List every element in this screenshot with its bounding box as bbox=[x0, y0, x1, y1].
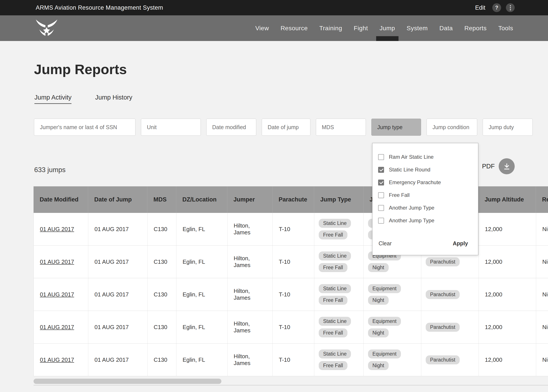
nav-item-training[interactable]: Training bbox=[319, 15, 343, 41]
cell-jump-type: Static LineFree Fall bbox=[314, 278, 364, 311]
filter-date-of-jump[interactable] bbox=[262, 119, 310, 136]
filter-jumper-name[interactable] bbox=[34, 119, 135, 136]
column-header-remarks: Remarks bbox=[536, 186, 548, 213]
tag-chip: Static Line bbox=[319, 350, 351, 358]
edit-button[interactable]: Edit bbox=[475, 4, 485, 11]
nav-item-view[interactable]: View bbox=[255, 15, 269, 41]
date-modified-link[interactable]: 01 AUG 2017 bbox=[40, 226, 74, 233]
results-count: 633 jumps bbox=[34, 166, 66, 174]
cell-jumper: Hilton, James bbox=[228, 278, 273, 311]
usaf-logo-icon bbox=[35, 19, 58, 38]
column-header-jumper: Jumper bbox=[227, 186, 272, 213]
cell-mds: C130 bbox=[147, 278, 176, 311]
filters-row: Jump type bbox=[34, 119, 533, 136]
tag-chip: Static Line bbox=[319, 317, 351, 326]
kebab-menu-icon[interactable] bbox=[506, 3, 515, 12]
cell-parachute: T-10 bbox=[273, 343, 314, 376]
jump-type-option[interactable]: Another Jump Type bbox=[372, 202, 478, 214]
cell-jumper: Hilton, James bbox=[228, 213, 273, 245]
tab-jump-history[interactable]: Jump History bbox=[95, 94, 132, 104]
tag-chip: Free Fall bbox=[319, 329, 347, 337]
column-header-date-modified: Date Modified bbox=[34, 186, 88, 213]
cell-jumper: Hilton, James bbox=[228, 245, 273, 278]
dropdown-footer: Clear Apply bbox=[372, 240, 478, 247]
option-label: Another Jump Type bbox=[389, 217, 434, 224]
checkbox-checked-icon bbox=[378, 167, 384, 173]
cell-remarks: Night bbox=[536, 245, 548, 278]
horizontal-scrollbar-thumb[interactable] bbox=[34, 379, 221, 384]
tag-chip: Equipment bbox=[368, 284, 401, 293]
cell-parachute: T-10 bbox=[273, 245, 314, 278]
tag-chip: Free Fall bbox=[319, 296, 347, 305]
tag-chip: Parachutist bbox=[426, 355, 460, 364]
jump-type-option[interactable]: Static Line Round bbox=[372, 163, 478, 176]
filter-jump-type[interactable]: Jump type bbox=[371, 119, 421, 136]
tag-chip: Free Fall bbox=[319, 361, 347, 370]
help-icon[interactable]: ? bbox=[492, 3, 501, 12]
cell-jump-type: Static LineFree Fall bbox=[314, 245, 364, 278]
column-header-jump-type: Jump Type bbox=[314, 186, 363, 213]
tag-chip: Parachutist bbox=[426, 290, 460, 299]
date-modified-link[interactable]: 01 AUG 2017 bbox=[40, 291, 74, 298]
cell-date-of-jump: 01 AUG 2017 bbox=[88, 343, 147, 376]
cell-remarks: Night bbox=[536, 278, 548, 311]
cell-mds: C130 bbox=[147, 245, 176, 278]
date-modified-link[interactable]: 01 AUG 2017 bbox=[40, 357, 74, 363]
nav-item-resource[interactable]: Resource bbox=[280, 15, 308, 41]
nav-item-jump[interactable]: Jump bbox=[379, 15, 395, 41]
cell-date-of-jump: 01 AUG 2017 bbox=[88, 213, 147, 245]
option-label: Another Jump Type bbox=[389, 205, 434, 211]
cell-parachute: T-10 bbox=[273, 213, 314, 245]
filter-unit[interactable] bbox=[141, 119, 201, 136]
app-title: ARMS Aviation Resource Management System bbox=[36, 4, 163, 11]
jump-type-option[interactable]: Emergency Parachute bbox=[372, 176, 478, 189]
cell-mds: C130 bbox=[147, 213, 176, 245]
jump-type-option[interactable]: Free Fall bbox=[372, 189, 478, 202]
tag-chip: Free Fall bbox=[319, 263, 347, 272]
tab-jump-activity[interactable]: Jump Activity bbox=[35, 94, 71, 104]
download-pdf-button[interactable] bbox=[499, 158, 515, 174]
option-label: Ram Air Static Line bbox=[389, 154, 434, 160]
column-header-date-of-jump: Date of Jump bbox=[88, 186, 147, 213]
checkbox-unchecked-icon bbox=[378, 192, 384, 198]
filter-mds[interactable] bbox=[316, 119, 366, 136]
export-group: PDF bbox=[482, 158, 515, 174]
horizontal-scrollbar-track[interactable] bbox=[34, 378, 548, 385]
tag-chip: Parachutist bbox=[426, 257, 460, 266]
nav-item-system[interactable]: System bbox=[406, 15, 428, 41]
apply-button[interactable]: Apply bbox=[453, 240, 468, 247]
jump-type-option[interactable]: Another Jump Type bbox=[372, 214, 478, 227]
nav-item-reports[interactable]: Reports bbox=[464, 15, 487, 41]
tag-chip: Static Line bbox=[319, 252, 351, 260]
cell-date-modified: 01 AUG 2017 bbox=[34, 311, 88, 343]
cell-jump-duty: Parachutist bbox=[421, 343, 479, 376]
date-modified-link[interactable]: 01 AUG 2017 bbox=[40, 324, 74, 331]
cell-jump-altitude: 12,000 bbox=[479, 213, 536, 245]
jump-type-options: Ram Air Static LineStatic Line RoundEmer… bbox=[372, 151, 478, 227]
filter-date-modified[interactable] bbox=[206, 119, 256, 136]
column-header-mds: MDS bbox=[147, 186, 176, 213]
tabs: Jump ActivityJump History bbox=[35, 94, 132, 104]
jump-type-dropdown: Ram Air Static LineStatic Line RoundEmer… bbox=[372, 143, 478, 255]
jump-type-option[interactable]: Ram Air Static Line bbox=[372, 151, 478, 163]
nav-item-tools[interactable]: Tools bbox=[498, 15, 513, 41]
cell-date-modified: 01 AUG 2017 bbox=[34, 278, 88, 311]
cell-date-of-jump: 01 AUG 2017 bbox=[88, 245, 147, 278]
column-header-jump-altitude: Jump Altitude bbox=[479, 186, 536, 213]
filter-jump-duty[interactable] bbox=[483, 119, 533, 136]
clear-button[interactable]: Clear bbox=[379, 240, 392, 247]
help-glyph: ? bbox=[495, 5, 498, 11]
cell-date-of-jump: 01 AUG 2017 bbox=[88, 278, 147, 311]
page-title: Jump Reports bbox=[34, 61, 127, 77]
download-icon bbox=[503, 163, 511, 170]
nav-item-data[interactable]: Data bbox=[439, 15, 453, 41]
cell-dz-location: Eglin, FL bbox=[176, 311, 228, 343]
date-modified-link[interactable]: 01 AUG 2017 bbox=[40, 259, 74, 265]
table-row: 01 AUG 201701 AUG 2017C130Eglin, FLHilto… bbox=[34, 343, 548, 376]
filter-jump-condition[interactable] bbox=[427, 119, 477, 136]
top-app-bar: ARMS Aviation Resource Management System… bbox=[0, 0, 548, 15]
cell-jump-type: Static LineFree Fall bbox=[314, 213, 364, 245]
tag-chip: Equipment bbox=[368, 317, 401, 326]
nav-item-fight[interactable]: Fight bbox=[353, 15, 368, 41]
cell-parachute: T-10 bbox=[273, 278, 314, 311]
